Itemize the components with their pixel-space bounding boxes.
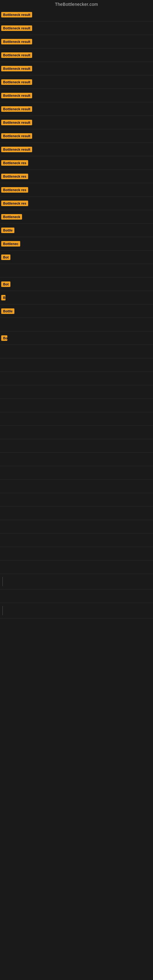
list-item bbox=[0, 439, 153, 453]
rows-container: Bottleneck resultBottleneck resultBottle… bbox=[0, 8, 153, 619]
list-item: Bottleneck result bbox=[0, 116, 153, 129]
list-item bbox=[0, 412, 153, 426]
list-item bbox=[0, 506, 153, 520]
list-item bbox=[0, 372, 153, 385]
list-item bbox=[0, 466, 153, 480]
list-item bbox=[0, 603, 153, 619]
list-item: Bot bbox=[0, 277, 153, 291]
bottleneck-badge[interactable]: Bottleneck res bbox=[1, 160, 28, 166]
list-item: Bottleneck res bbox=[0, 170, 153, 183]
list-item: Bottleneck res bbox=[0, 183, 153, 197]
bottleneck-badge[interactable]: Bottleneck result bbox=[1, 39, 32, 45]
bottleneck-badge[interactable]: Bottleneck bbox=[1, 214, 22, 220]
list-item: Bottleneck result bbox=[0, 129, 153, 143]
bottleneck-badge[interactable]: Bottleneck result bbox=[1, 106, 32, 112]
list-item: Bot bbox=[0, 250, 153, 264]
list-item bbox=[0, 453, 153, 466]
list-item bbox=[0, 480, 153, 493]
list-item bbox=[0, 533, 153, 547]
list-item: Bottleneck bbox=[0, 210, 153, 224]
bottleneck-badge[interactable]: Bottleneck res bbox=[1, 173, 28, 179]
list-item bbox=[0, 547, 153, 560]
list-item: Bottleneck res bbox=[0, 197, 153, 210]
bottleneck-badge[interactable]: Bottlenec bbox=[1, 241, 20, 247]
bottleneck-badge[interactable]: Bottleneck result bbox=[1, 120, 32, 125]
bottleneck-badge[interactable]: Bottleneck res bbox=[1, 187, 28, 192]
list-item: Bottleneck result bbox=[0, 102, 153, 116]
bottleneck-badge[interactable]: Bottleneck res bbox=[1, 200, 28, 206]
list-item: Bottle bbox=[0, 304, 153, 318]
list-item bbox=[0, 426, 153, 439]
list-item: Bottleneck result bbox=[0, 62, 153, 75]
bottleneck-badge[interactable]: Bot bbox=[1, 255, 10, 260]
list-item bbox=[0, 264, 153, 277]
list-item: Bottleneck result bbox=[0, 143, 153, 156]
divider-line bbox=[2, 577, 3, 586]
list-item: Bottleneck result bbox=[0, 75, 153, 89]
list-item: Bottlenec bbox=[0, 237, 153, 250]
list-item bbox=[0, 590, 153, 603]
bottleneck-badge[interactable]: Bo bbox=[1, 335, 7, 341]
list-item bbox=[0, 520, 153, 533]
bottleneck-badge[interactable]: Bottleneck result bbox=[1, 133, 32, 139]
bottleneck-badge[interactable]: Bottleneck result bbox=[1, 25, 32, 31]
list-item: Bottleneck result bbox=[0, 48, 153, 62]
list-item: Bottleneck res bbox=[0, 156, 153, 170]
list-item bbox=[0, 574, 153, 590]
list-item bbox=[0, 318, 153, 331]
bottleneck-badge[interactable]: Bottleneck result bbox=[1, 52, 32, 58]
list-item: Bottleneck result bbox=[0, 35, 153, 48]
list-item bbox=[0, 345, 153, 358]
bottleneck-badge[interactable]: B bbox=[1, 295, 5, 301]
list-item: Bottle bbox=[0, 224, 153, 237]
list-item: Bottleneck result bbox=[0, 89, 153, 102]
bottleneck-badge[interactable]: Bottle bbox=[1, 309, 14, 314]
bottleneck-badge[interactable]: Bottleneck result bbox=[1, 93, 32, 98]
list-item: Bottleneck result bbox=[0, 21, 153, 35]
bottleneck-badge[interactable]: Bot bbox=[1, 282, 10, 287]
divider-line bbox=[2, 606, 3, 615]
site-header: TheBottlenecker.com bbox=[0, 0, 153, 8]
list-item: B bbox=[0, 291, 153, 304]
site-title: TheBottlenecker.com bbox=[0, 0, 153, 8]
list-item bbox=[0, 560, 153, 574]
bottleneck-badge[interactable]: Bottleneck result bbox=[1, 147, 32, 152]
list-item bbox=[0, 385, 153, 399]
list-item: Bo bbox=[0, 331, 153, 345]
bottleneck-badge[interactable]: Bottleneck result bbox=[1, 79, 32, 85]
bottleneck-badge[interactable]: Bottleneck result bbox=[1, 66, 32, 72]
list-item bbox=[0, 358, 153, 372]
list-item bbox=[0, 493, 153, 506]
bottleneck-badge[interactable]: Bottleneck result bbox=[1, 12, 32, 18]
list-item: Bottleneck result bbox=[0, 8, 153, 21]
bottleneck-badge[interactable]: Bottle bbox=[1, 228, 14, 233]
list-item bbox=[0, 399, 153, 412]
